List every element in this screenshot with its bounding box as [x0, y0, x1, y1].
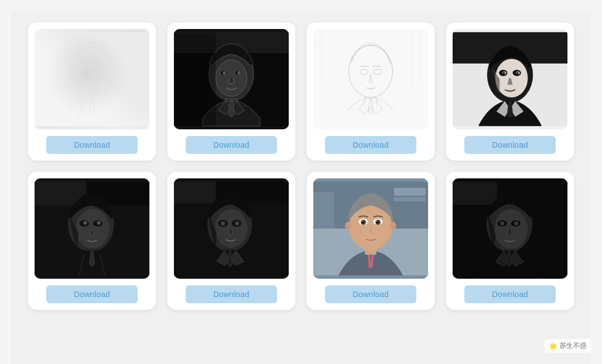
svg-rect-0: [35, 32, 149, 127]
svg-point-13: [223, 71, 226, 75]
svg-line-4: [35, 32, 61, 37]
image-4: [453, 29, 567, 129]
download-button-7[interactable]: Download: [325, 285, 417, 303]
download-button-1[interactable]: Download: [46, 136, 138, 154]
svg-point-81: [345, 222, 351, 230]
image-2: [174, 29, 289, 129]
download-button-6[interactable]: Download: [186, 285, 278, 303]
svg-point-89: [494, 209, 528, 249]
download-button-3[interactable]: Download: [325, 136, 417, 154]
image-5: [35, 178, 149, 279]
download-button-8[interactable]: Download: [464, 285, 556, 303]
image-6: [174, 178, 289, 279]
svg-point-92: [500, 221, 504, 225]
svg-point-48: [84, 221, 88, 225]
svg-point-49: [97, 221, 101, 225]
svg-line-3: [97, 94, 100, 105]
download-button-2[interactable]: Download: [186, 136, 278, 154]
card-8: Download: [446, 172, 574, 310]
watermark-text: 苏生不惑: [560, 341, 586, 351]
svg-point-84: [377, 227, 390, 235]
card-5: Download: [28, 172, 156, 310]
image-3: [313, 29, 428, 129]
download-button-4[interactable]: Download: [464, 136, 556, 154]
svg-rect-16: [174, 32, 216, 127]
card-2: Download: [167, 22, 295, 161]
svg-rect-68: [394, 188, 425, 196]
svg-point-39: [516, 72, 518, 75]
svg-point-38: [503, 72, 505, 75]
image-1: [35, 29, 149, 129]
svg-point-33: [496, 59, 528, 97]
svg-line-6: [118, 35, 149, 47]
image-grid: Download: [28, 22, 574, 310]
download-button-5[interactable]: Download: [46, 285, 138, 303]
svg-point-61: [235, 221, 239, 225]
svg-point-1: [70, 42, 114, 95]
svg-point-93: [514, 221, 518, 225]
card-1: Download: [28, 22, 156, 161]
watermark: 🌟 苏生不惑: [545, 339, 591, 353]
svg-point-82: [390, 222, 396, 230]
svg-point-80: [376, 221, 377, 222]
svg-rect-18: [313, 32, 428, 127]
svg-rect-69: [394, 197, 425, 201]
main-container: Download: [11, 11, 591, 364]
card-6: Download: [167, 172, 295, 310]
svg-line-5: [35, 35, 66, 45]
svg-point-14: [237, 71, 241, 75]
svg-line-2: [84, 94, 87, 105]
watermark-icon: 🌟: [549, 342, 557, 350]
card-7: Download: [307, 172, 435, 310]
svg-point-60: [221, 221, 225, 225]
image-7: [313, 178, 428, 279]
image-8: [453, 178, 567, 279]
svg-point-79: [362, 221, 363, 222]
svg-rect-66: [313, 192, 334, 229]
card-4: Download: [446, 22, 574, 161]
svg-point-83: [351, 227, 363, 235]
card-3: Download: [307, 22, 435, 161]
